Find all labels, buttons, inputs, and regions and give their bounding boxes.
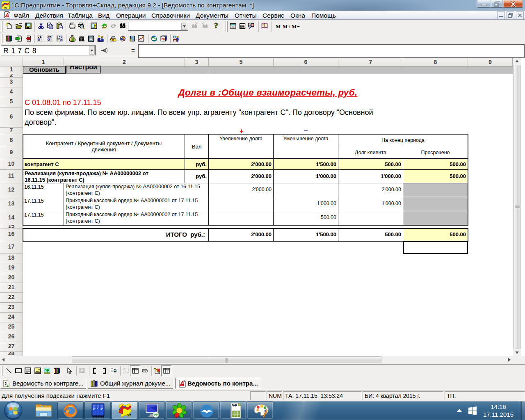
svg-text:А: А bbox=[179, 380, 185, 387]
svg-text:А: А bbox=[5, 12, 9, 18]
svg-text:26: 26 bbox=[161, 37, 165, 41]
svg-text:a: a bbox=[81, 370, 83, 373]
svg-text:V7: V7 bbox=[127, 413, 131, 417]
svg-text:$: $ bbox=[71, 37, 74, 42]
svg-text:V7: V7 bbox=[4, 7, 7, 9]
svg-text:Σ: Σ bbox=[5, 381, 7, 386]
svg-text:?: ? bbox=[215, 23, 218, 29]
